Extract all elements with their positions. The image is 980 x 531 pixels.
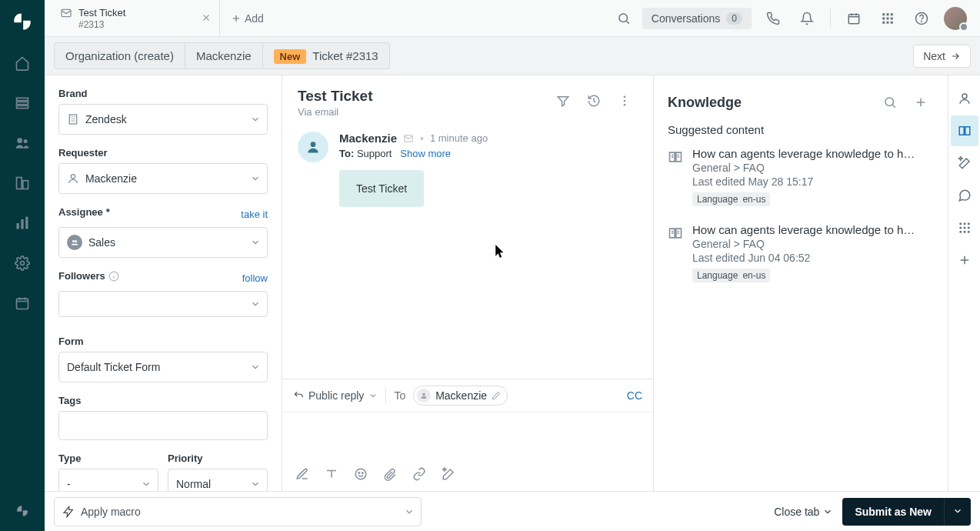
tab-subtitle: #2313 bbox=[78, 19, 192, 30]
form-label: Form bbox=[58, 336, 268, 347]
form-select[interactable]: Default Ticket Form bbox=[58, 352, 268, 382]
knowledge-item-path: General > FAQ bbox=[692, 238, 915, 250]
nav-calendar-icon[interactable] bbox=[0, 283, 45, 323]
compose-note-icon[interactable] bbox=[290, 462, 315, 486]
svg-point-42 bbox=[959, 222, 962, 225]
reply-mode-select[interactable]: Public reply bbox=[293, 389, 378, 402]
composer: Public reply To Mackenzie CC bbox=[282, 379, 653, 491]
knowledge-subtitle: Suggested content bbox=[668, 123, 934, 136]
chevron-down-icon bbox=[250, 237, 261, 248]
profile-avatar[interactable] bbox=[940, 3, 971, 34]
show-more-link[interactable]: Show more bbox=[400, 148, 451, 159]
knowledge-item-edited: Last edited May 28 15:17 bbox=[692, 175, 915, 188]
phone-icon[interactable] bbox=[758, 3, 788, 34]
bell-icon[interactable] bbox=[792, 3, 822, 34]
reply-mode-label: Public reply bbox=[308, 389, 364, 402]
sparkle-icon[interactable] bbox=[951, 148, 978, 179]
macro-label: Apply macro bbox=[81, 506, 141, 518]
ticket-via: Via email bbox=[298, 106, 373, 118]
more-icon[interactable] bbox=[612, 88, 638, 114]
magic-wand-icon[interactable] bbox=[436, 462, 461, 486]
apps-grid-icon[interactable] bbox=[872, 3, 903, 34]
crumb-ticket[interactable]: NewTicket #2313 bbox=[262, 42, 390, 69]
close-icon[interactable] bbox=[201, 12, 212, 23]
followers-select[interactable] bbox=[58, 291, 268, 317]
ticket-tab[interactable]: Test Ticket #2313 bbox=[51, 0, 220, 37]
svg-rect-0 bbox=[17, 98, 28, 100]
nav-home-icon[interactable] bbox=[0, 43, 45, 83]
close-tab-button[interactable]: Close tab bbox=[774, 506, 833, 518]
priority-select[interactable]: Normal bbox=[168, 469, 268, 491]
nav-admin-icon[interactable] bbox=[0, 243, 45, 283]
knowledge-add-icon[interactable] bbox=[908, 89, 934, 115]
link-icon[interactable] bbox=[407, 462, 432, 486]
composer-textarea[interactable] bbox=[282, 412, 653, 457]
status-badge-new: New bbox=[274, 49, 307, 64]
knowledge-item[interactable]: How can agents leverage knowledge to hel… bbox=[668, 147, 934, 206]
svg-rect-11 bbox=[17, 299, 28, 309]
knowledge-search-icon[interactable] bbox=[877, 89, 903, 115]
info-icon[interactable] bbox=[108, 271, 119, 282]
submit-button[interactable]: Submit as New bbox=[842, 498, 944, 526]
apply-macro-select[interactable]: Apply macro bbox=[54, 497, 422, 526]
language-chip: Language en-us bbox=[692, 192, 770, 206]
nav-organizations-icon[interactable] bbox=[0, 163, 45, 203]
svg-point-3 bbox=[17, 138, 22, 143]
crumb-user[interactable]: Mackenzie bbox=[185, 42, 263, 69]
follow-link[interactable]: follow bbox=[242, 272, 268, 284]
divider bbox=[830, 9, 831, 28]
filter-icon[interactable] bbox=[550, 88, 576, 114]
user-context-icon[interactable] bbox=[951, 83, 978, 114]
apps-icon[interactable] bbox=[951, 212, 978, 243]
lang-label: Language bbox=[697, 194, 738, 205]
knowledge-item[interactable]: How can agents leverage knowledge to hel… bbox=[668, 223, 934, 282]
history-icon[interactable] bbox=[581, 88, 607, 114]
svg-point-25 bbox=[922, 21, 922, 22]
conversations-button[interactable]: Conversations 0 bbox=[642, 8, 752, 29]
emoji-icon[interactable] bbox=[348, 462, 373, 486]
conversations-label: Conversations bbox=[652, 12, 721, 25]
cc-button[interactable]: CC bbox=[627, 389, 642, 402]
requester-select[interactable]: Mackenzie bbox=[58, 163, 268, 194]
knowledge-context-icon[interactable] bbox=[951, 115, 978, 146]
knowledge-title: Knowledge bbox=[668, 95, 742, 111]
brand-value: Zendesk bbox=[85, 113, 127, 125]
status-indicator bbox=[959, 22, 968, 32]
assignee-select[interactable]: Sales bbox=[58, 227, 268, 258]
svg-point-47 bbox=[967, 227, 969, 229]
svg-rect-17 bbox=[891, 13, 893, 15]
next-button[interactable]: Next bbox=[913, 45, 971, 68]
submit-dropdown[interactable] bbox=[944, 498, 971, 526]
recipient-chip[interactable]: Mackenzie bbox=[413, 386, 508, 406]
nav-views-icon[interactable] bbox=[0, 83, 45, 123]
tags-label: Tags bbox=[58, 395, 268, 406]
knowledge-item-edited: Last edited Jun 04 06:52 bbox=[692, 252, 915, 264]
to-value: Support bbox=[357, 148, 392, 159]
svg-point-38 bbox=[358, 473, 360, 474]
calendar-icon[interactable] bbox=[838, 3, 869, 34]
message-body: Test Ticket bbox=[339, 170, 424, 207]
text-format-icon[interactable] bbox=[319, 462, 344, 486]
svg-point-44 bbox=[967, 222, 969, 225]
conversation-pane: Test Ticket Via email bbox=[282, 75, 654, 491]
lang-value: en-us bbox=[742, 270, 765, 281]
chat-icon[interactable] bbox=[951, 180, 978, 211]
nav-customers-icon[interactable] bbox=[0, 123, 45, 163]
chevron-down-icon bbox=[952, 506, 963, 516]
svg-rect-21 bbox=[882, 21, 885, 23]
nav-reporting-icon[interactable] bbox=[0, 203, 45, 243]
brand-select[interactable]: Zendesk bbox=[58, 104, 268, 135]
take-it-link[interactable]: take it bbox=[241, 209, 268, 220]
svg-point-28 bbox=[72, 240, 75, 242]
add-tab-button[interactable]: Add bbox=[220, 12, 275, 25]
crumb-organization[interactable]: Organization (create) bbox=[54, 42, 185, 69]
search-icon[interactable] bbox=[608, 3, 639, 34]
type-select[interactable]: - bbox=[58, 469, 158, 491]
attachment-icon[interactable] bbox=[378, 462, 402, 486]
message-time: 1 minute ago bbox=[430, 132, 488, 144]
add-app-icon[interactable] bbox=[951, 245, 978, 276]
help-icon[interactable] bbox=[906, 3, 937, 34]
requester-label: Requester bbox=[58, 147, 268, 159]
tags-input[interactable] bbox=[58, 411, 268, 440]
nav-zendesk-small-icon[interactable] bbox=[0, 491, 45, 531]
